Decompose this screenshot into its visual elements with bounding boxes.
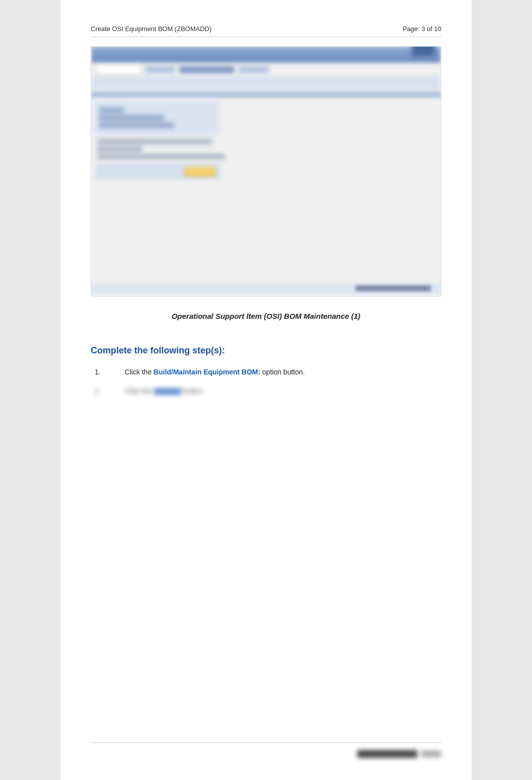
sap-execute-button (184, 166, 215, 176)
figure-caption: Operational Support Item (OSI) BOM Maint… (91, 312, 441, 320)
step-number: 2. (95, 387, 105, 395)
sap-toolbar-segment (179, 66, 234, 74)
footer-branding (357, 750, 417, 758)
sap-divider-bar (91, 91, 441, 98)
sap-text-line (97, 154, 225, 159)
steps-heading: Complete the following step(s): (91, 345, 441, 356)
sap-screen-subtitle (92, 77, 440, 90)
step-list: 1. Click the Build/Maintain Equipment BO… (91, 368, 441, 395)
sap-text-line (97, 146, 142, 152)
sap-options-panel (94, 101, 219, 135)
sap-text-line (97, 139, 212, 144)
footer-content (357, 750, 441, 758)
step-text: Click the Build/Maintain Equipment BOM: … (125, 368, 441, 376)
sap-toolbar-segment (145, 66, 175, 74)
sap-status-bar (91, 284, 441, 294)
sap-instruction-text (97, 139, 435, 159)
sap-transaction-input (96, 65, 141, 75)
page-header: Create OSI Equipment BOM (ZBOMADD) Page:… (91, 25, 441, 37)
sap-toolbar-segment (238, 66, 269, 74)
sap-logo-icon (412, 46, 435, 56)
sap-option-row (99, 115, 164, 121)
step-text-post: button. (183, 387, 204, 395)
sap-status-info (356, 285, 431, 291)
step-item-blurred: 2. Click the button. (95, 387, 441, 395)
step-text-pre: Click the (125, 368, 154, 376)
page-footer (91, 742, 441, 760)
document-page: Create OSI Equipment BOM (ZBOMADD) Page:… (61, 0, 471, 780)
step-text-post: option button. (262, 368, 305, 376)
sap-action-row (95, 163, 220, 179)
sap-body-blank (91, 183, 441, 284)
sap-window-titlebar (91, 47, 441, 63)
step-link: Build/Maintain Equipment BOM: (154, 368, 262, 376)
footer-meta (421, 750, 441, 757)
step-text: Click the button. (125, 387, 441, 395)
step-item: 1. Click the Build/Maintain Equipment BO… (95, 368, 441, 376)
step-link-blurred (154, 388, 181, 395)
embedded-screenshot (91, 46, 441, 297)
sap-option-row (99, 122, 174, 128)
sap-panel-heading (99, 107, 124, 113)
step-number: 1. (95, 368, 105, 376)
step-text-pre: Click the (125, 387, 154, 395)
header-title: Create OSI Equipment BOM (ZBOMADD) (91, 25, 211, 33)
sap-toolbar-row (96, 65, 436, 75)
page-indicator: Page: 3 of 10 (403, 25, 441, 33)
